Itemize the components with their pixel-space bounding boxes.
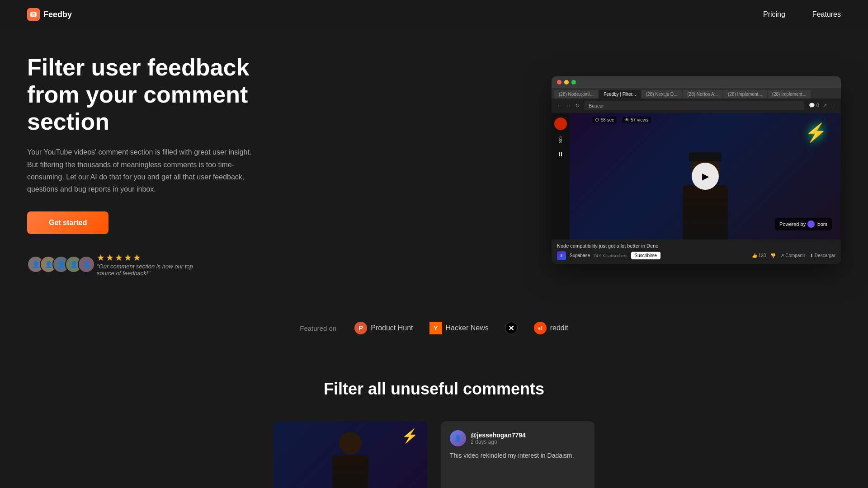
avatar: 👤 [78,256,95,273]
video-duration: 58 sec [601,117,614,122]
play-button[interactable]: ▶ [692,163,719,190]
comment-avatar: 👤 [450,430,466,446]
video-page: 4:06 ⏸ ⚡ ▶ [552,113,841,239]
logo-icon [27,8,40,21]
forward-icon[interactable]: → [566,103,571,109]
reddit-link[interactable]: reddit [534,322,568,334]
comment-icon: 💬 0 [809,103,819,108]
featured-label: Featured on [300,324,336,332]
avatar-group: 👤 👤 👤 👤 👤 [27,256,90,273]
browser-mockup: (28) Node.com/... Feedby | Filter... (28… [552,76,841,264]
star-icons: ★★★★★ [97,252,205,263]
hero-description: Your YouTube videos' comment section is … [27,146,262,195]
maximize-dot [571,80,576,84]
like-icon[interactable]: 👍 123 [752,253,766,258]
browser-tab[interactable]: (28) Implement... [723,90,767,99]
browser-tab-active[interactable]: Feedby | Filter... [599,90,641,99]
browser-tabs: (28) Node.com/... Feedby | Filter... (28… [552,88,841,99]
svg-rect-0 [30,12,37,17]
dislike-icon[interactable]: 👎 [770,253,776,258]
comment-header: 👤 @jessehogan7794 2 days ago [450,430,585,446]
hero-title: Filter user feedback from your comment s… [27,54,298,135]
loom-logo [807,221,815,228]
subscribe-button[interactable]: Suscribirse [631,252,660,259]
video-actions: 👍 123 👎 ↗ Compartir ⬇ Descargar [752,253,835,258]
comment-timestamp: 2 days ago [471,439,526,445]
loom-text: loom [816,221,827,227]
browser-tab[interactable]: (28) Node.com/... [554,90,598,99]
video-title: Node compatibility just got a lot better… [557,243,835,249]
channel-name: Supabase [570,253,590,258]
nav-links: Pricing Features [763,10,841,19]
filter-section: Filter all unuseful comments ⚡ 👤 @jesseh… [0,352,868,488]
powered-by-text: Powered by [779,221,806,227]
url-input[interactable] [584,101,804,110]
close-dot [557,80,561,84]
preview-bg: ⚡ [274,421,427,488]
back-icon[interactable]: ← [557,103,562,109]
reddit-label: reddit [550,324,568,332]
product-hunt-icon: P [354,322,367,334]
powered-by-badge: Powered by loom [775,218,832,230]
navigation: Feedby Pricing Features [0,0,868,29]
refresh-icon[interactable]: ↻ [575,103,580,109]
stars-rating: ★★★★★ "Our comment section is now our to… [97,252,205,277]
pricing-link[interactable]: Pricing [763,10,785,19]
browser-url-bar: ← → ↻ 💬 0 ↗ ⋯ [552,99,841,113]
svg-point-1 [558,122,563,126]
more-icon[interactable]: ⋯ [830,103,835,108]
svg-point-6 [539,328,539,328]
sidebar-icons: 4:06 ⏸ [552,113,570,239]
reddit-icon [534,322,547,334]
hacker-news-link[interactable]: Y Hacker News [429,322,489,334]
rec-time: 4:06 [558,136,563,144]
x-icon: ✕ [505,322,518,334]
browser-actions: 💬 0 ↗ ⋯ [809,103,835,108]
hero-left: Filter user feedback from your comment s… [27,54,298,277]
social-proof: 👤 👤 👤 👤 👤 ★★★★★ "Our comment section is … [27,252,298,277]
comment-user-info: @jessehogan7794 2 days ago [471,432,526,445]
logo-text: Feedby [43,10,72,19]
filter-content: ⚡ 👤 @jessehogan7794 2 days ago This vide… [27,421,841,488]
download-action[interactable]: ⬇ Descargar [810,253,835,258]
preview-lightning: ⚡ [401,428,418,444]
logo[interactable]: Feedby [27,8,72,21]
video-views: 57 views [631,117,648,122]
featured-logos: P Product Hunt Y Hacker News ✕ [354,322,568,334]
browser-tab[interactable]: (28) Implement... [768,90,811,99]
hero-section: Filter user feedback from your comment s… [0,0,868,304]
hacker-news-icon: Y [429,322,442,334]
browser-tab[interactable]: (28) Norton A... [683,90,722,99]
get-started-button[interactable]: Get started [27,211,108,234]
product-hunt-link[interactable]: P Product Hunt [354,322,413,334]
comment-username: @jessehogan7794 [471,432,526,439]
browser-bar [552,76,841,88]
channel-row: S Supabase 74.9 K subscribers Suscribirs… [557,251,835,260]
comment-card: 👤 @jessehogan7794 2 days ago This video … [441,421,594,488]
video-player[interactable]: ⚡ ▶ Powered by loom ⏱ 58 sec 👁 57 views [570,113,841,239]
share-action[interactable]: ↗ Compartir [780,253,805,258]
rec-button[interactable] [554,117,567,130]
section-title: Filter all unuseful comments [27,380,841,399]
url-controls: ← → ↻ [557,103,580,109]
channel-icon: S [557,251,566,260]
x-link[interactable]: ✕ [505,322,518,334]
product-hunt-label: Product Hunt [371,324,413,332]
preview-person [332,432,368,488]
browser-tab[interactable]: (28) Next.js D... [642,90,682,99]
pause-icon[interactable]: ⏸ [557,150,564,158]
comment-text: This video rekindled my interest in Dada… [450,451,585,460]
svg-point-5 [541,326,542,327]
minimize-dot [564,80,569,84]
hero-right: (28) Node.com/... Feedby | Filter... (28… [298,76,841,264]
hacker-news-label: Hacker News [446,324,489,332]
video-preview-card: ⚡ [274,421,427,488]
features-link[interactable]: Features [812,10,841,19]
featured-section: Featured on P Product Hunt Y Hacker News… [0,304,868,352]
video-stats: ⏱ 58 sec 👁 57 views [592,117,651,123]
video-info-bar: Node compatibility just got a lot better… [552,239,841,264]
svg-point-7 [541,328,541,328]
share-icon[interactable]: ↗ [823,103,827,108]
lightning-icon: ⚡ [805,122,827,143]
subscriber-count: 74.9 K subscribers [594,253,627,258]
